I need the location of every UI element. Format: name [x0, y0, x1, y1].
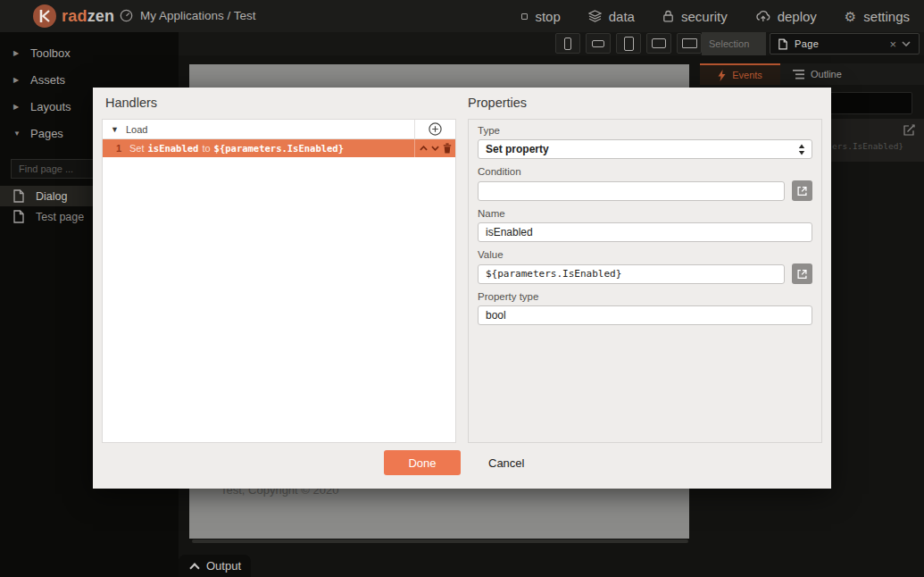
tablet-portrait-button[interactable] — [616, 33, 641, 54]
value-expression-button[interactable] — [792, 263, 812, 284]
value-input[interactable] — [478, 264, 785, 284]
settings-label: settings — [863, 9, 910, 24]
name-label: Name — [478, 208, 812, 219]
security-label: security — [681, 9, 728, 24]
clear-selection-icon[interactable]: × — [884, 38, 902, 51]
data-button[interactable]: data — [588, 9, 635, 24]
tablet-portrait-icon — [624, 37, 634, 51]
load-event-header[interactable]: ▼ Load — [103, 120, 455, 139]
dialog-buttons: Done Cancel — [93, 450, 831, 475]
section-label: Pages — [30, 127, 63, 140]
delete-icon[interactable] — [443, 143, 452, 154]
name-input[interactable] — [478, 222, 812, 242]
event-name: Load — [126, 124, 414, 135]
wordmark-zen: zen — [87, 7, 115, 25]
desktop-icon — [682, 38, 697, 48]
triangle-right-icon: ▶ — [13, 76, 21, 84]
radzen-app: radzen My Applications / Test stop data … — [0, 0, 924, 577]
property-type-input[interactable] — [478, 305, 812, 325]
handler-row-selected[interactable]: 1 Set isEnabled to ${parameters.IsEnable… — [103, 139, 455, 157]
selection-input[interactable] — [702, 32, 766, 55]
deploy-label: deploy — [778, 9, 817, 24]
page-selector-dropdown[interactable]: Page × — [770, 33, 920, 54]
phone-landscape-icon — [592, 40, 604, 47]
event-handlers-dialog: Handlers Properties ▼ Load 1 Set isEnabl… — [93, 88, 831, 489]
page-icon — [13, 210, 24, 223]
cancel-button[interactable]: Cancel — [483, 450, 529, 475]
output-bar[interactable]: Output — [179, 555, 251, 577]
settings-button[interactable]: ⚙ settings — [845, 9, 910, 24]
condition-expression-button[interactable] — [792, 180, 812, 201]
device-preview-group — [555, 33, 702, 54]
output-label: Output — [206, 559, 241, 573]
gear-icon: ⚙ — [845, 10, 856, 23]
type-select[interactable]: Set property — [478, 139, 812, 159]
section-label: Toolbox — [30, 46, 71, 60]
top-header: radzen My Applications / Test stop data … — [0, 0, 924, 32]
tab-label: Outline — [811, 69, 842, 79]
breadcrumb[interactable]: My Applications / Test — [140, 0, 256, 32]
cloud-upload-icon — [755, 10, 770, 22]
handlers-list: ▼ Load 1 Set isEnabled to ${parameters.I… — [102, 119, 456, 443]
tab-outline[interactable]: Outline — [780, 63, 854, 85]
lock-icon — [662, 10, 674, 22]
handler-text-fragment: ers.IsEnabled} — [832, 141, 903, 151]
page-selector-value: Page — [795, 38, 819, 49]
handler-connector: to — [198, 143, 213, 154]
triangle-down-icon: ▼ — [13, 130, 21, 138]
right-panel-tabs: Events Outline — [700, 63, 924, 85]
chevron-down-icon[interactable] — [902, 41, 911, 46]
top-menu: stop data security deploy — [521, 0, 910, 32]
done-button[interactable]: Done — [384, 450, 461, 475]
edit-icon[interactable] — [903, 124, 915, 136]
move-down-icon[interactable] — [431, 146, 439, 151]
properties-form: Type Set property Condition Name Value — [468, 119, 822, 443]
desktop-button[interactable] — [677, 33, 702, 54]
page-item-label: Dialog — [36, 190, 67, 203]
handler-row-actions — [414, 139, 455, 157]
handler-verb: Set — [126, 143, 148, 154]
move-up-icon[interactable] — [420, 146, 428, 151]
security-button[interactable]: security — [662, 9, 728, 24]
radzen-wordmark[interactable]: radzen — [62, 0, 114, 32]
condition-input[interactable] — [478, 181, 785, 201]
phone-portrait-icon — [564, 38, 571, 50]
handler-value: ${parameters.IsEnabled} — [214, 143, 344, 154]
handler-row-number: 1 — [103, 143, 126, 154]
phone-landscape-button[interactable] — [586, 33, 611, 54]
triangle-right-icon: ▶ — [13, 49, 21, 57]
radzen-logo-icon[interactable] — [33, 4, 56, 28]
horizontal-scrollbar[interactable] — [192, 539, 688, 543]
design-toolbar: Page × — [179, 32, 924, 55]
data-label: data — [609, 9, 635, 24]
chevron-up-icon — [189, 563, 199, 573]
sidebar-section-toolbox[interactable]: ▶ Toolbox — [0, 39, 179, 66]
condition-label: Condition — [478, 166, 812, 177]
page-icon — [13, 189, 24, 203]
triangle-right-icon: ▶ — [13, 103, 21, 111]
page-icon — [778, 38, 787, 50]
dashboard-icon — [120, 9, 133, 22]
tab-events[interactable]: Events — [700, 63, 780, 85]
layers-icon — [588, 10, 602, 22]
deploy-button[interactable]: deploy — [755, 9, 817, 24]
stop-button[interactable]: stop — [521, 9, 560, 24]
page-item-label: Test page — [36, 211, 84, 223]
tablet-landscape-icon — [652, 38, 666, 48]
handlers-title: Handlers — [105, 96, 157, 110]
value-label: Value — [478, 249, 812, 260]
type-select-value: Set property — [486, 143, 549, 155]
tab-label: Events — [732, 70, 762, 80]
section-label: Assets — [30, 73, 65, 87]
property-type-label: Property type — [478, 291, 812, 302]
stop-label: stop — [535, 9, 560, 24]
add-handler-button[interactable] — [414, 120, 455, 139]
tablet-landscape-button[interactable] — [646, 33, 671, 54]
section-label: Layouts — [30, 100, 71, 113]
lightning-icon — [718, 70, 726, 81]
properties-title: Properties — [468, 96, 527, 110]
wordmark-rad: rad — [62, 7, 87, 25]
triangle-down-icon: ▼ — [111, 125, 119, 134]
phone-portrait-button[interactable] — [555, 33, 580, 54]
handler-property: isEnabled — [148, 143, 199, 154]
